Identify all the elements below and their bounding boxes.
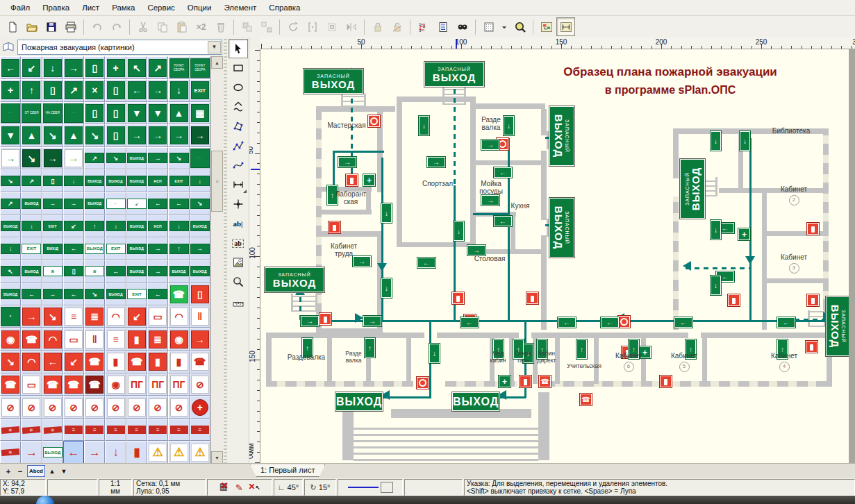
palette-cell-r9c6[interactable]: EXIT <box>105 237 126 260</box>
room-label[interactable]: Учительская <box>558 363 611 370</box>
exit-direction-sign[interactable]: ← <box>494 167 512 178</box>
tool-pointer[interactable] <box>229 39 248 58</box>
palette-cell-r2c9[interactable]: ↓ <box>168 79 189 102</box>
palette-cell-r12c1[interactable]: ≡ <box>0 305 21 328</box>
exit-direction-sign[interactable]: ↓ <box>381 278 392 298</box>
palette-cell-r16c10[interactable]: + <box>190 396 210 419</box>
palette-cell-r18c2[interactable]: → <box>21 441 42 464</box>
cut-button[interactable] <box>133 17 152 36</box>
palette-cell-r11c6[interactable]: ВЫХОД <box>105 283 126 305</box>
room-label[interactable]: Кабинет труда <box>322 242 366 258</box>
palette-cell-r3c3[interactable]: НА СЕБЯ <box>42 102 63 125</box>
tool-textbox[interactable]: ab <box>229 233 248 253</box>
palette-cell-r2c6[interactable]: ▯ <box>105 79 126 102</box>
palette-cell-r3c1[interactable]: · · · <box>0 102 21 125</box>
palette-cell-r18c10[interactable]: ⚠ <box>190 441 210 464</box>
tool-bezier[interactable] <box>229 156 248 175</box>
evacuation-route[interactable] <box>383 396 431 398</box>
cancel-action-icon[interactable]: ✕↖ <box>249 483 260 492</box>
unlock-button[interactable] <box>388 17 406 36</box>
exit-direction-sign[interactable]: ← <box>417 258 435 268</box>
emergency-exit-badge[interactable]: ЗАПАСНЫЙВЫХОД <box>424 62 483 85</box>
palette-cell-r7c3[interactable]: → <box>42 192 63 215</box>
palette-cell-r12c10[interactable]: ‖ <box>190 305 210 328</box>
palette-cell-r16c7[interactable]: ⊘ <box>126 396 147 419</box>
numbering-button[interactable]: 123 <box>414 17 433 36</box>
palette-cell-r18c5[interactable]: → <box>84 441 105 464</box>
angle-step-panel[interactable]: ∟45° <box>274 479 303 496</box>
fire-extinguisher-icon[interactable] <box>807 294 819 306</box>
palette-cell-r18c6[interactable]: ↓ <box>105 441 126 464</box>
palette-cell-r10c7[interactable]: ВЫХОД <box>126 260 147 283</box>
red-pen-icon[interactable]: ✎ <box>235 484 243 492</box>
palette-cell-r8c3[interactable]: EXIT <box>42 215 63 237</box>
palette-cell-r5c10[interactable]: · · · <box>190 147 210 170</box>
palette-cell-r14c10[interactable]: ☎ <box>190 351 210 373</box>
palette-cell-r7c9[interactable]: ← <box>168 192 189 215</box>
plan-title[interactable]: Образец плана пожарной эвакуациив програ… <box>524 63 816 99</box>
room-label[interactable]: Мед кабин <box>485 351 510 364</box>
palette-cell-r1c1[interactable]: ← <box>0 56 21 79</box>
grid-dropdown-button[interactable] <box>499 17 510 36</box>
palette-cell-r4c10[interactable]: → <box>190 124 210 147</box>
palette-cell-r5c8[interactable]: → <box>147 147 168 170</box>
panel-width-toggle-button[interactable] <box>556 17 575 36</box>
palette-cell-r6c5[interactable]: ВЫХОД <box>84 169 105 192</box>
palette-cell-r14c6[interactable]: ▮ <box>105 351 126 373</box>
palette-cell-r3c10[interactable]: ▦ <box>190 102 210 125</box>
exit-direction-sign[interactable]: ↓ <box>381 203 392 223</box>
loupe-button[interactable] <box>510 17 529 36</box>
fire-extinguisher-icon[interactable] <box>807 223 819 235</box>
fire-extinguisher-icon[interactable] <box>452 292 464 304</box>
exit-direction-sign[interactable]: ← <box>494 216 512 226</box>
palette-cell-r5c5[interactable]: ↗ <box>84 147 105 170</box>
tool-ruler[interactable] <box>229 292 248 311</box>
exit-direction-sign[interactable]: → <box>301 316 319 326</box>
menu-item-Правка[interactable]: Правка <box>36 1 76 14</box>
palette-cell-r8c2[interactable]: ↓ <box>21 215 42 237</box>
palette-cell-r17c2[interactable]: ≡ <box>21 419 42 442</box>
palette-cell-r2c5[interactable]: × <box>84 79 105 102</box>
room-label[interactable]: Раздевалка <box>280 353 333 361</box>
palette-cell-r15c4[interactable]: ☎ <box>63 373 84 396</box>
first-aid-icon[interactable]: + <box>738 228 750 240</box>
palette-cell-r17c3[interactable]: ≡ <box>42 419 63 442</box>
exit-direction-sign[interactable]: ↓ <box>454 221 464 241</box>
palette-cell-r13c7[interactable]: ▮ <box>126 328 147 351</box>
palette-cell-r2c10[interactable]: EXIT <box>190 79 210 102</box>
palette-cell-r16c9[interactable]: ⊘ <box>168 396 189 419</box>
palette-cell-r3c7[interactable]: ▼ <box>126 102 147 125</box>
palette-cell-r8c10[interactable]: ВЫХОД <box>190 215 210 237</box>
save-button[interactable] <box>42 17 60 36</box>
menu-item-Лист[interactable]: Лист <box>76 1 106 14</box>
palette-cell-r16c8[interactable]: ⊘ <box>147 396 168 419</box>
palette-cell-r10c9[interactable]: ВЫХОД <box>168 260 189 283</box>
fire-extinguisher-icon[interactable] <box>660 376 672 387</box>
palette-cell-r3c2[interactable]: ОТ СЕБЯ <box>21 102 42 125</box>
exit-direction-sign[interactable]: ↓ <box>711 220 721 240</box>
menu-item-Сервис[interactable]: Сервис <box>141 1 181 14</box>
palette-cell-r4c5[interactable]: ↘ <box>84 124 105 147</box>
first-aid-icon[interactable]: + <box>363 174 375 186</box>
palette-cell-r8c9[interactable]: ↓ <box>168 215 189 237</box>
exit-direction-sign[interactable]: → <box>427 157 445 167</box>
palette-cell-r2c7[interactable]: ← <box>126 79 147 102</box>
palette-cell-r7c7[interactable]: ↙ <box>126 192 147 215</box>
palette-cell-r5c9[interactable]: ↘ <box>168 147 189 170</box>
chevron-down-icon[interactable]: ▼ <box>208 41 221 53</box>
palette-cell-r9c5[interactable]: ВЫХОД <box>84 237 105 260</box>
sheet-tab[interactable]: 1: Первый лист <box>250 464 325 477</box>
palette-cell-r18c3[interactable]: ВЫХОД <box>42 441 63 464</box>
palette-cell-r16c3[interactable]: ⊘ <box>42 396 63 419</box>
palette-cell-r11c2[interactable]: ← <box>21 283 42 305</box>
first-aid-icon[interactable]: + <box>499 376 510 387</box>
palette-cell-r14c3[interactable]: ← <box>42 351 63 373</box>
component-list-button[interactable] <box>433 17 452 36</box>
palette-cell-r18c7[interactable]: ▮ <box>126 441 147 464</box>
palette-cell-r18c8[interactable]: ⚠ <box>147 441 168 464</box>
palette-cell-r6c3[interactable]: ▯ <box>42 169 63 192</box>
exit-direction-sign[interactable]: ↓ <box>419 116 429 135</box>
route-arrow[interactable] <box>745 256 755 264</box>
palette-cell-r9c2[interactable]: EXIT <box>21 237 42 260</box>
exit-direction-sign[interactable]: → <box>481 195 499 205</box>
